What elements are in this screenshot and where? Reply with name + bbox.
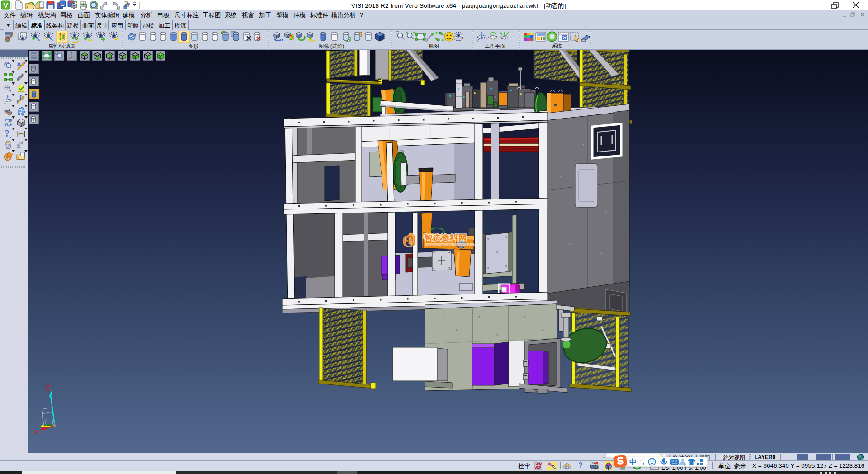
svg-text:中: 中 [629, 458, 637, 466]
svg-text:INTELLIGENT MANUFACTURING DATA: INTELLIGENT MANUFACTURING DATA [425, 243, 474, 246]
svg-text:°,: °, [640, 458, 644, 465]
svg-text:Z: Z [46, 384, 50, 391]
svg-text:+: + [4, 84, 6, 87]
svg-text:7: 7 [684, 463, 686, 466]
svg-text:智造资料网: 智造资料网 [424, 233, 467, 242]
svg-text:?: ? [5, 128, 9, 138]
svg-text:V: V [3, 1, 8, 9]
svg-text:X: X [34, 428, 38, 436]
svg-text:+: + [396, 31, 398, 35]
